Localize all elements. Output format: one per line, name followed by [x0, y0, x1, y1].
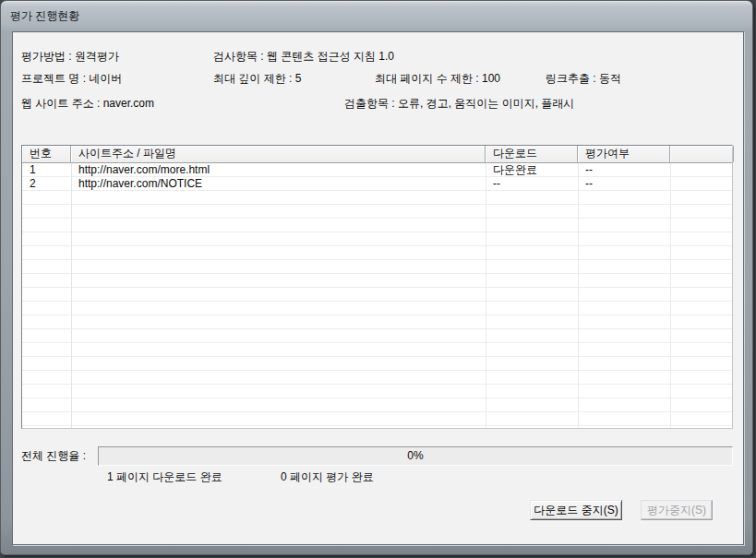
table-cell: http://naver.com/more.html — [71, 163, 486, 177]
field-project-name: 프로젝트 명 : 네이버 — [21, 72, 122, 86]
title-bar[interactable]: 평가 진행현황 — [1, 1, 752, 31]
pages-list: 번호사이트주소 / 파일명다운로드평가여부 1http://naver.com/… — [21, 145, 733, 429]
field-max-depth: 최대 깊이 제한 : 5 — [213, 72, 301, 86]
column-header[interactable]: 사이트주소 / 파일명 — [71, 146, 486, 162]
table-body[interactable]: 1http://naver.com/more.html다운완료--2http:/… — [22, 163, 732, 428]
table-cell: -- — [486, 177, 578, 191]
table-header: 번호사이트주소 / 파일명다운로드평가여부 — [22, 146, 732, 163]
progress-percent: 0% — [407, 449, 423, 462]
dialog-client-area: 평가방법 : 원격평가 검사항목 : 웹 콘텐츠 접근성 지침 1.0 프로젝트… — [12, 31, 744, 545]
table-cell: -- — [578, 177, 670, 191]
table-row[interactable]: 2http://naver.com/NOTICE---- — [22, 177, 732, 191]
stop-evaluation-button: 평가중지(S) — [641, 500, 713, 520]
column-header[interactable]: 평가여부 — [578, 146, 670, 162]
column-header[interactable]: 다운로드 — [486, 146, 578, 162]
column-header[interactable] — [670, 146, 734, 162]
field-max-pages: 최대 페이지 수 제한 : 100 — [375, 72, 500, 86]
dialog-window: 평가 진행현황 평가방법 : 원격평가 검사항목 : 웹 콘텐츠 접근성 지침 … — [0, 0, 753, 555]
table-cell: 1 — [22, 163, 71, 177]
field-site-address: 웹 사이트 주소 : naver.com — [21, 97, 154, 111]
table-cell: 다운완료 — [486, 163, 578, 177]
progress-label: 전체 진행율 : — [21, 449, 86, 463]
field-detection-items: 검출항목 : 오류, 경고, 움직이는 이미지, 플래시 — [344, 97, 574, 111]
field-evaluation-method: 평가방법 : 원격평가 — [21, 50, 119, 64]
table-cell: http://naver.com/NOTICE — [71, 177, 486, 191]
field-inspection-item: 검사항목 : 웹 콘텐츠 접근성 지침 1.0 — [213, 50, 394, 64]
status-pages-evaluated: 0 페이지 평가 완료 — [281, 470, 374, 484]
status-pages-downloaded: 1 페이지 다운로드 완료 — [107, 470, 222, 484]
column-header[interactable]: 번호 — [22, 146, 71, 162]
overall-progress-bar: 0% — [98, 446, 733, 466]
table-cell — [670, 177, 734, 191]
table-cell — [670, 163, 734, 177]
table-row[interactable]: 1http://naver.com/more.html다운완료-- — [22, 163, 732, 177]
stop-download-button[interactable]: 다운로드 중지(S) — [530, 500, 622, 520]
field-link-extraction: 링크추출 : 동적 — [546, 72, 621, 86]
table-cell: 2 — [22, 177, 71, 191]
window-title: 평가 진행현황 — [10, 9, 79, 23]
table-cell: -- — [578, 163, 670, 177]
